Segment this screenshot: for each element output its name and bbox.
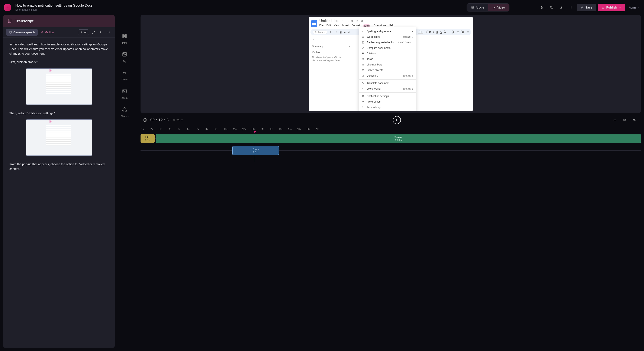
transcript-step[interactable]: In this video, we'll learn how to enable…: [10, 42, 108, 56]
svg-rect-21: [362, 88, 363, 89]
preview-canvas[interactable]: Untitled document FileEditViewInsertForm…: [309, 17, 473, 111]
transcript-body[interactable]: In this video, we'll learn how to enable…: [3, 38, 115, 180]
step-thumbnail[interactable]: [26, 120, 92, 156]
add-summary-icon: +: [348, 45, 350, 48]
zoom-icon: [122, 88, 127, 95]
current-time: 00 : 12 : 5: [150, 118, 169, 122]
svg-rect-18: [363, 48, 364, 49]
fit-button[interactable]: [611, 116, 619, 124]
transcript-title: Transcript: [15, 19, 34, 24]
summary-label: Summary: [312, 45, 323, 48]
svg-rect-20: [362, 70, 364, 71]
mode-video[interactable]: Video: [488, 4, 509, 11]
svg-rect-6: [42, 31, 42, 33]
svg-point-12: [315, 32, 316, 33]
redo-button[interactable]: [106, 29, 112, 36]
dropdown-item: Compare documents: [359, 45, 416, 51]
svg-point-24: [362, 106, 363, 107]
publish-button[interactable]: Publish: [598, 4, 625, 11]
transcript-step[interactable]: First, click on "Tools.": [10, 60, 108, 64]
timeline-ruler: 1s2s3s4s5s6s7s8s9s10s11s12s13s14s15s16s1…: [140, 128, 641, 132]
dropdown-item: Preferences: [359, 99, 416, 104]
clip-screen[interactable]: Screen 26.3 s: [156, 134, 641, 143]
player-controls: 00 : 12 : 5 / 00:29:2: [140, 115, 641, 126]
tool-zoom[interactable]: Zoom: [117, 85, 132, 102]
download-button[interactable]: [557, 4, 565, 12]
shapes-icon: [122, 106, 127, 114]
gd-menu-item: Edit: [326, 24, 331, 28]
dropdown-item: Voice typing⌘+Shift+S: [359, 86, 416, 92]
gd-menu-item: Insert: [342, 24, 349, 28]
svg-point-11: [124, 90, 125, 92]
svg-point-3: [571, 7, 571, 8]
total-duration: 00:29:2: [173, 118, 183, 122]
workspace-switcher[interactable]: Acme: [629, 6, 640, 9]
tool-intro[interactable]: Intro: [117, 30, 132, 47]
top-bar: How to enable notification settings on G…: [0, 0, 644, 15]
svg-point-4: [571, 8, 571, 8]
dropdown-item: Tasks: [359, 56, 416, 62]
guide-description[interactable]: Enter a description: [15, 8, 464, 11]
history-icon[interactable]: [143, 118, 147, 122]
app-logo[interactable]: [4, 4, 11, 11]
play-button[interactable]: [393, 116, 401, 124]
back-arrow-icon: ←: [312, 38, 350, 42]
gd-menu-item: File: [320, 24, 324, 28]
timeline[interactable]: 1s2s3s4s5s6s7s8s9s10s11s12s13s14s15s16s1…: [140, 127, 641, 348]
outline-hint: Headings that you add to the document wi…: [312, 56, 350, 62]
split-button[interactable]: [620, 116, 629, 124]
outline-label: Outline: [312, 51, 350, 54]
svg-point-15: [462, 32, 463, 32]
tools-dropdown: Spelling and grammar▶Word count⌘+Shift+C…: [359, 27, 416, 111]
generate-speech-button[interactable]: Generate speech: [6, 29, 38, 36]
tool-bg[interactable]: Bg: [117, 48, 132, 66]
svg-rect-26: [614, 120, 616, 121]
save-button[interactable]: Save: [577, 4, 596, 11]
intro-icon: [122, 33, 127, 40]
svg-point-22: [362, 101, 363, 102]
playhead[interactable]: [254, 132, 255, 162]
svg-rect-16: [362, 42, 364, 43]
ai-button[interactable]: AI: [78, 30, 89, 36]
dropdown-item: Spelling and grammar▶: [359, 28, 416, 34]
transcript-step[interactable]: From the pop-up that appears, choose the…: [10, 162, 108, 171]
dropdown-item: Word count⌘+Shift+C: [359, 34, 416, 40]
guide-title[interactable]: How to enable notification settings on G…: [15, 4, 464, 8]
more-menu-button[interactable]: [567, 4, 575, 12]
mode-article[interactable]: Article: [467, 4, 488, 11]
clip-zoom[interactable]: Zoom 5.1 s: [232, 146, 279, 155]
tool-outro[interactable]: Outro: [117, 66, 132, 84]
crop-button[interactable]: [630, 116, 638, 124]
voice-selector[interactable]: Matilda: [41, 31, 54, 34]
dropdown-item: Review suggested editsCtrl+O Ctrl+⌘U: [359, 40, 416, 45]
svg-rect-10: [122, 89, 126, 93]
undo-button[interactable]: [98, 29, 104, 36]
bg-icon: [122, 52, 127, 59]
svg-rect-1: [493, 7, 494, 8]
outro-icon: [122, 70, 127, 77]
step-thumbnail[interactable]: [26, 68, 92, 105]
tool-shapes[interactable]: Shapes: [117, 103, 132, 121]
preview-area: Untitled document FileEditViewInsertForm…: [140, 15, 641, 113]
svg-point-2: [571, 6, 571, 7]
transcript-step[interactable]: Then, select "Notification settings.": [10, 111, 108, 116]
clip-intro[interactable]: Intro 1.5 s: [140, 134, 154, 143]
folder-move-icon: [356, 20, 358, 22]
menu-search: Menus: [312, 30, 327, 34]
svg-point-28: [624, 120, 624, 121]
cloud-saved-icon: [360, 20, 363, 22]
star-icon: [351, 20, 354, 22]
dropdown-item: Citations: [359, 51, 416, 56]
tool-strip: IntroBgOutroZoomShapes: [115, 15, 134, 348]
expand-button[interactable]: [90, 29, 96, 36]
gd-menu-item: View: [334, 24, 340, 28]
dropdown-item: Line numbers: [359, 62, 416, 68]
dropdown-item: Translate document: [359, 80, 416, 86]
translate-button[interactable]: [548, 4, 556, 12]
svg-point-27: [624, 119, 624, 120]
svg-point-23: [363, 101, 364, 102]
google-docs-logo-icon: [311, 20, 317, 27]
dropdown-item: Dictionary⌘+Shift+Y: [359, 73, 416, 78]
doc-title: Untitled document: [320, 19, 349, 23]
delete-button[interactable]: [538, 4, 546, 12]
